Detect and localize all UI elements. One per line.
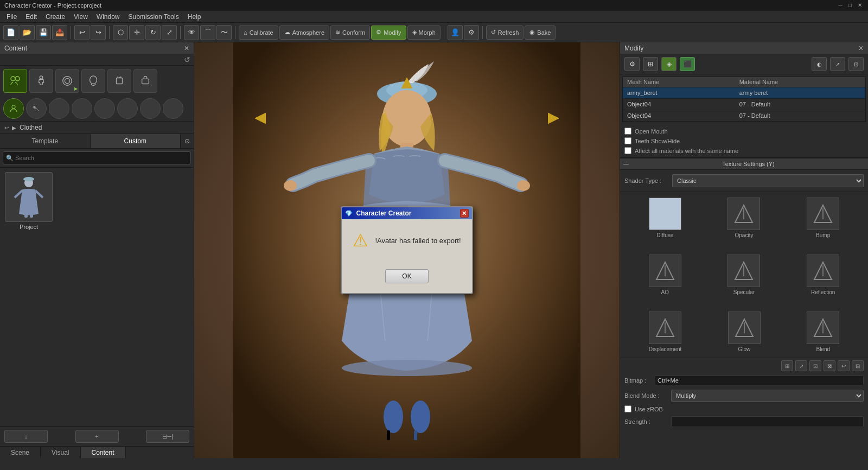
shader-type-select[interactable]: Classic PBR Unlit (672, 174, 864, 187)
undo-button[interactable]: ↩ (74, 25, 90, 40)
content-item-project[interactable]: Project (4, 172, 53, 234)
displacement-texture-item[interactable]: Displacement (649, 312, 682, 352)
menu-file[interactable]: File (2, 12, 21, 22)
export-button[interactable]: 📤 (52, 25, 67, 40)
rt-adjust-btn[interactable]: ⊞ (643, 57, 658, 71)
tex-settings-collapse-btn[interactable]: ─ (623, 160, 629, 168)
opacity-texture-item[interactable]: Opacity (727, 198, 760, 238)
rotate-button[interactable]: ↻ (145, 25, 161, 40)
scene-tab-content[interactable]: Content (81, 447, 126, 458)
clothed-back-arrow[interactable]: ↩ (4, 125, 9, 131)
calibrate-button[interactable]: ⌂ Calibrate (239, 26, 278, 40)
download-button[interactable]: ↓ (4, 430, 48, 443)
scene-tabs: Scene Visual Content (0, 446, 194, 458)
save-button[interactable]: 💾 (36, 25, 51, 40)
round-btn-7[interactable] (140, 98, 161, 119)
rt-settings-btn[interactable]: ⚙ (624, 57, 640, 71)
body-icon-btn[interactable] (29, 69, 53, 93)
viewport: 💎 Character Creator ✕ ⚠ !Avatar has fail… (194, 42, 620, 458)
specular-texture-item[interactable]: Specular (727, 255, 760, 295)
scale-button[interactable]: ⤢ (162, 25, 177, 40)
search-input[interactable] (3, 151, 191, 164)
rt-icon3[interactable]: ⊡ (848, 57, 864, 71)
accessories-icon-btn[interactable] (133, 69, 157, 93)
tab-settings-icon[interactable]: ⊙ (181, 134, 194, 148)
menu-help[interactable]: Help (183, 12, 206, 22)
tex-action-4[interactable]: ⊠ (824, 360, 835, 371)
table-row[interactable]: army_beret army beret (623, 87, 865, 99)
morph-button[interactable]: ◈ Morph (407, 26, 441, 40)
round-btn-3[interactable] (49, 98, 69, 119)
select-button[interactable]: ⬡ (113, 25, 128, 40)
gear-button[interactable]: ⚙ (464, 25, 479, 40)
rt-material-btn[interactable]: ◈ (661, 57, 676, 71)
tex-action-2[interactable]: ↗ (795, 360, 807, 371)
hands-icon-btn[interactable] (107, 69, 131, 93)
rt-icon2[interactable]: ↗ (830, 57, 845, 71)
curve-button[interactable]: 〜 (216, 25, 232, 40)
round-btn-4[interactable] (72, 98, 92, 119)
move-button[interactable]: ✛ (129, 25, 144, 40)
diffuse-texture-item[interactable]: Diffuse (649, 198, 681, 238)
reflection-texture-item[interactable]: Reflection (807, 255, 839, 295)
head-icon-btn[interactable] (81, 69, 105, 93)
tex-action-1[interactable]: ⊞ (781, 360, 793, 371)
minimize-button[interactable]: ─ (837, 1, 844, 9)
use-zrob-checkbox[interactable] (624, 405, 631, 412)
tex-action-5[interactable]: ↩ (838, 360, 850, 371)
avatar-small-icon-btn[interactable] (3, 98, 24, 119)
menu-submission-tools[interactable]: Submission Tools (124, 12, 183, 22)
affect-materials-checkbox[interactable] (624, 147, 631, 154)
blend-texture-item[interactable]: Blend (807, 312, 839, 352)
round-btn-5[interactable] (94, 98, 115, 119)
table-row[interactable]: Object04 07 - Default (623, 110, 865, 122)
conform-button[interactable]: ≋ Conform (330, 26, 370, 40)
layout-button[interactable]: ⊟─| (146, 430, 189, 443)
blend-mode-select[interactable]: Multiply Normal Screen Overlay (671, 390, 864, 402)
menu-view[interactable]: View (69, 12, 92, 22)
characters-icon-btn[interactable] (3, 69, 27, 93)
bake-button[interactable]: ◉ Bake (525, 26, 556, 40)
bump-texture-item[interactable]: Bump (807, 198, 839, 238)
bone-icon-btn[interactable] (26, 98, 47, 119)
clothing-icon-btn[interactable]: ▶ (55, 69, 79, 93)
modify-button[interactable]: ⚙ Modify (371, 26, 406, 40)
camera-button[interactable]: 👁 (184, 25, 199, 40)
menu-edit[interactable]: Edit (21, 12, 41, 22)
template-tab[interactable]: Template (0, 134, 91, 148)
refresh-small-icon[interactable]: ↺ (184, 55, 190, 64)
rt-grid-btn[interactable]: ⬛ (680, 57, 695, 71)
table-row[interactable]: Object04 07 - Default (623, 99, 865, 110)
menu-create[interactable]: Create (41, 12, 69, 22)
round-btn-6[interactable] (117, 98, 138, 119)
round-btn-8[interactable] (163, 98, 183, 119)
scene-tab-visual[interactable]: Visual (41, 447, 80, 458)
teeth-show-checkbox[interactable] (624, 137, 631, 144)
close-button[interactable]: ✕ (856, 1, 864, 9)
new-button[interactable]: 📄 (3, 25, 18, 40)
right-panel-close-icon[interactable]: ✕ (858, 45, 864, 52)
menu-window[interactable]: Window (92, 12, 124, 22)
dialog-ok-button[interactable]: OK (385, 269, 429, 283)
redo-button[interactable]: ↪ (91, 25, 106, 40)
opacity-thumb (727, 198, 760, 230)
refresh-button[interactable]: ↺ Refresh (486, 26, 524, 40)
open-mouth-checkbox[interactable] (624, 128, 631, 135)
maximize-button[interactable]: □ (846, 1, 854, 9)
rt-icon1[interactable]: ◐ (812, 57, 827, 71)
light-button[interactable]: ⌒ (200, 25, 215, 40)
atmosphere-button[interactable]: ☁ Atmosphere (279, 26, 329, 40)
tex-action-6[interactable]: ⊟ (852, 360, 864, 371)
dialog-close-button[interactable]: ✕ (460, 209, 469, 218)
ao-texture-item[interactable]: AO (649, 255, 681, 295)
svg-point-2 (40, 76, 43, 79)
clothed-play-icon[interactable]: ▶ (12, 125, 16, 131)
left-panel-close-icon[interactable]: ✕ (184, 45, 189, 52)
tex-action-3[interactable]: ⊡ (809, 360, 821, 371)
person-button[interactable]: 👤 (448, 25, 463, 40)
add-button[interactable]: + (75, 430, 119, 443)
open-button[interactable]: 📂 (20, 25, 35, 40)
glow-texture-item[interactable]: Glow (728, 312, 761, 352)
custom-tab[interactable]: Custom (91, 134, 181, 148)
scene-tab-scene[interactable]: Scene (0, 447, 41, 458)
